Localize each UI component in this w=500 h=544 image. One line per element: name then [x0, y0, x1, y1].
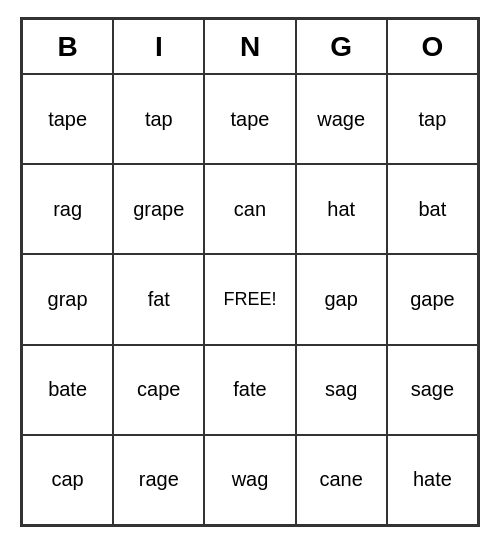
cell-r2c1: rag — [22, 164, 113, 254]
header-n: N — [204, 19, 295, 74]
cell-r2c5: bat — [387, 164, 478, 254]
cell-r5c1: cap — [22, 435, 113, 525]
cell-r5c5: hate — [387, 435, 478, 525]
header-i: I — [113, 19, 204, 74]
cell-r1c4: wage — [296, 74, 387, 164]
cell-r5c2: rage — [113, 435, 204, 525]
cell-r2c4: hat — [296, 164, 387, 254]
cell-r1c2: tap — [113, 74, 204, 164]
cell-r4c3: fate — [204, 345, 295, 435]
cell-r1c5: tap — [387, 74, 478, 164]
cell-r1c1: tape — [22, 74, 113, 164]
cell-r3c4: gap — [296, 254, 387, 344]
cell-r3c3-free: FREE! — [204, 254, 295, 344]
header-b: B — [22, 19, 113, 74]
cell-r4c5: sage — [387, 345, 478, 435]
cell-r3c1: grap — [22, 254, 113, 344]
cell-r2c2: grape — [113, 164, 204, 254]
cell-r2c3: can — [204, 164, 295, 254]
cell-r3c2: fat — [113, 254, 204, 344]
cell-r4c1: bate — [22, 345, 113, 435]
cell-r4c4: sag — [296, 345, 387, 435]
cell-r3c5: gape — [387, 254, 478, 344]
header-g: G — [296, 19, 387, 74]
header-o: O — [387, 19, 478, 74]
cell-r1c3: tape — [204, 74, 295, 164]
cell-r4c2: cape — [113, 345, 204, 435]
bingo-card: B I N G O tape tap tape wage tap rag gra… — [20, 17, 480, 527]
cell-r5c3: wag — [204, 435, 295, 525]
cell-r5c4: cane — [296, 435, 387, 525]
